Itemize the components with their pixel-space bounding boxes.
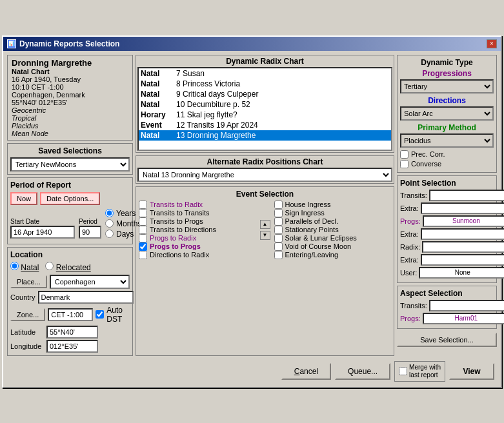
event-checkbox-transits_to_radix[interactable] xyxy=(139,201,147,209)
years-radio[interactable] xyxy=(105,209,114,217)
main-window: 📊 Dynamic Reports Selection × Dronning M… xyxy=(2,35,502,388)
point-row-input[interactable] xyxy=(419,267,504,279)
merge-group: Merge with last report xyxy=(394,361,445,382)
placidus-dropdown[interactable]: Placidus xyxy=(400,133,494,148)
zone-input[interactable] xyxy=(48,308,93,321)
point-row-input[interactable] xyxy=(421,254,504,266)
event-checkbox-progs_to_progs[interactable] xyxy=(139,242,147,251)
converse-label: Converse xyxy=(411,160,441,168)
event-checkbox-progs_to_radix[interactable] xyxy=(139,234,147,242)
point-row-label: User: xyxy=(400,269,417,277)
chart-coords: 55°N40' 012°E35' xyxy=(12,99,128,106)
event-checkbox-entering_leaving[interactable] xyxy=(274,251,283,259)
scroll-down-button[interactable]: ▼ xyxy=(260,231,270,240)
alt-radix-dropdown[interactable]: Natal 13 Dronning Margrethe xyxy=(137,168,392,182)
event-checkbox-stationary_points[interactable] xyxy=(274,226,283,234)
dynamic-type-box: Dynamic Type Progressions Tertiary Direc… xyxy=(397,55,497,173)
point-row-input[interactable] xyxy=(429,190,504,201)
event-label-transits_to_transits[interactable]: Transits to Transits xyxy=(150,209,210,217)
start-date-input[interactable] xyxy=(10,226,75,239)
relocated-radio-label[interactable]: Relocated xyxy=(45,262,90,272)
months-radio[interactable] xyxy=(105,219,114,228)
event-label-transits_to_directions[interactable]: Transits to Directions xyxy=(150,226,216,233)
period-input[interactable] xyxy=(79,226,101,239)
scroll-up-button[interactable]: ▲ xyxy=(260,220,270,229)
point-row: User: xyxy=(400,267,494,279)
aspect-row-input[interactable] xyxy=(429,300,504,311)
radix-list-item[interactable]: Event12 Transits 19 Apr 2024 xyxy=(139,120,391,130)
chart-mean-node: Mean Node xyxy=(12,130,128,137)
close-button[interactable]: × xyxy=(487,39,497,48)
natal-radio[interactable] xyxy=(10,262,19,270)
aspect-row-label: Progs: xyxy=(400,315,421,322)
event-checkbox-sign_ingress[interactable] xyxy=(274,209,283,217)
event-label-entering_leaving[interactable]: Entering/Leaving xyxy=(285,251,339,259)
city-dropdown[interactable]: Copenhagen xyxy=(50,275,130,289)
tertiary-dropdown[interactable]: Tertiary xyxy=(400,79,494,93)
radix-chart-list[interactable]: Natal7 SusanNatal8 Princess VictoriaNata… xyxy=(137,67,392,151)
event-label-progs_to_progs[interactable]: Progs to Progs xyxy=(150,242,201,250)
date-options-button[interactable]: Date Options... xyxy=(40,192,100,205)
radix-list-item[interactable]: Horary11 Skal jeg flytte? xyxy=(139,110,391,120)
event-checkbox-row: Progs to Progs xyxy=(139,242,256,251)
event-selection-title: Event Selection xyxy=(139,190,391,199)
event-checkbox-house_ingress[interactable] xyxy=(274,201,283,209)
longitude-input[interactable] xyxy=(46,340,98,353)
event-label-transits_to_radix[interactable]: Transits to Radix xyxy=(150,201,203,208)
event-checkbox-row: Progs to Radix xyxy=(139,234,256,242)
point-row-input[interactable] xyxy=(422,241,504,253)
event-checkbox-transits_to_directions[interactable] xyxy=(139,226,147,234)
relocated-radio[interactable] xyxy=(45,262,54,270)
event-checkbox-parallels_of_decl[interactable] xyxy=(274,217,283,226)
event-label-void_of_course_moon[interactable]: Void of Course Moon xyxy=(285,242,352,250)
saved-selections-box: Saved Selections Tertiary NewMoons xyxy=(7,143,133,175)
radix-list-item[interactable]: Natal13 Dronning Margrethe xyxy=(139,130,391,141)
days-radio[interactable] xyxy=(105,230,114,238)
place-button[interactable]: Place... xyxy=(10,275,47,288)
progressions-label: Progressions xyxy=(400,69,494,78)
point-row: Extra: xyxy=(400,254,494,266)
radix-list-item[interactable]: Natal9 Critical days Culpeper xyxy=(139,89,391,99)
event-checkbox-directions_to_radix[interactable] xyxy=(139,251,147,259)
event-label-stationary_points[interactable]: Stationary Points xyxy=(285,226,339,233)
event-checkbox-void_of_course_moon[interactable] xyxy=(274,242,283,251)
now-button[interactable]: Now xyxy=(10,192,37,205)
converse-checkbox[interactable] xyxy=(400,160,408,168)
event-label-parallels_of_decl[interactable]: Parallels of Decl. xyxy=(285,217,339,225)
cancel-button[interactable]: Cancel xyxy=(281,363,331,380)
event-label-progs_to_radix[interactable]: Progs to Radix xyxy=(150,234,196,242)
merge-checkbox[interactable] xyxy=(399,367,407,375)
event-label-sign_ingress[interactable]: Sign Ingress xyxy=(285,209,325,217)
solar-arc-dropdown[interactable]: Solar Arc xyxy=(400,106,494,121)
event-checkbox-transits_to_transits[interactable] xyxy=(139,209,147,217)
saved-selections-dropdown[interactable]: Tertiary NewMoons xyxy=(10,157,130,172)
prec-corr-checkbox[interactable] xyxy=(400,150,408,159)
event-label-house_ingress[interactable]: House Ingress xyxy=(285,201,331,208)
country-input[interactable] xyxy=(38,291,134,304)
chart-placidus: Placidus xyxy=(12,122,128,130)
radix-list-item[interactable]: Natal7 Susan xyxy=(139,68,391,79)
event-label-transits_to_progs[interactable]: Transits to Progs xyxy=(150,217,203,225)
auto-dst-checkbox[interactable] xyxy=(96,310,104,319)
event-label-directions_to_radix[interactable]: Directions to Radix xyxy=(150,251,209,259)
latitude-input[interactable] xyxy=(46,326,98,339)
aspect-row-input[interactable] xyxy=(423,313,504,324)
radix-list-item[interactable]: Natal8 Princess Victoria xyxy=(139,79,391,89)
point-selection-title: Point Selection xyxy=(400,179,494,188)
event-checkbox-row: Transits to Progs xyxy=(139,217,256,226)
event-checkbox-solar_lunar_eclipses[interactable] xyxy=(274,234,283,242)
natal-radio-label[interactable]: Natal xyxy=(10,262,39,272)
view-button[interactable]: View xyxy=(449,363,494,380)
point-row-input[interactable] xyxy=(421,228,504,240)
save-selection-button[interactable]: Save Selection... xyxy=(397,333,497,347)
title-bar: 📊 Dynamic Reports Selection × xyxy=(3,37,501,51)
point-row-input[interactable] xyxy=(423,215,504,227)
event-checkbox-transits_to_progs[interactable] xyxy=(139,217,147,226)
radix-list-item[interactable]: Natal10 Decumbiture p. 52 xyxy=(139,99,391,110)
event-label-solar_lunar_eclipses[interactable]: Solar & Lunar Eclipses xyxy=(285,234,357,242)
point-row: Radix: xyxy=(400,241,494,253)
queue-button[interactable]: Queue... xyxy=(335,363,390,380)
point-row-input[interactable] xyxy=(421,202,504,214)
zone-button[interactable]: Zone... xyxy=(10,308,45,321)
point-row-label: Extra: xyxy=(400,256,419,264)
